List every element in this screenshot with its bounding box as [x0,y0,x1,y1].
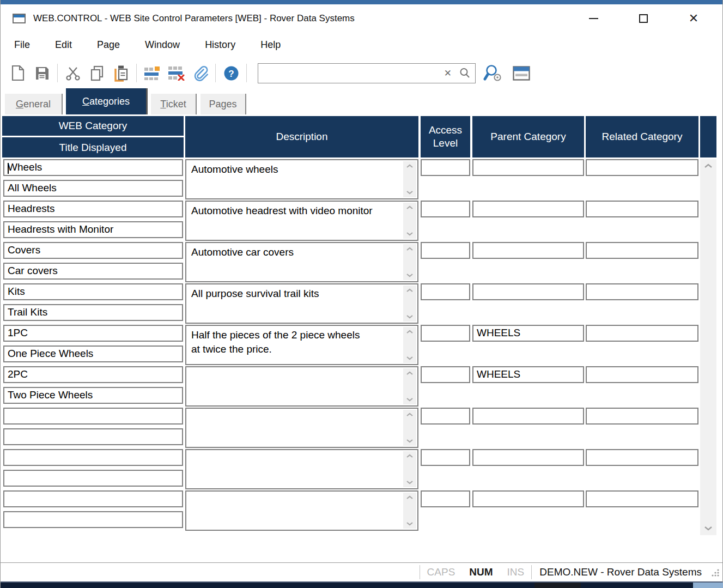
scroll-down-icon [406,273,414,277]
scroll-up-icon [406,288,414,293]
title-displayed-input[interactable] [3,470,183,487]
attach-icon[interactable] [188,61,212,85]
maximize-button[interactable] [636,11,651,26]
related-category-input[interactable] [586,325,698,342]
table-row: 1PC One Piece Wheels Half the pieces of … [1,325,722,366]
parent-category-input[interactable] [472,408,584,425]
related-category-input[interactable] [586,242,698,259]
parent-category-input[interactable] [472,490,584,507]
description-input[interactable]: Half the pieces of the 2 piece wheels at… [185,325,418,365]
menu-window[interactable]: Window [137,36,188,54]
tab-general[interactable]: General [5,94,63,114]
new-document-icon[interactable] [6,61,30,85]
related-category-input[interactable] [586,201,698,217]
web-category-input[interactable] [3,408,183,425]
access-level-input[interactable] [421,283,470,300]
title-displayed-input[interactable]: Headrests with Monitor [3,221,183,238]
title-displayed-input[interactable]: Car covers [3,263,183,280]
related-category-input[interactable] [586,159,698,176]
tab-bar: General Categories Ticket Pages [1,89,722,116]
vertical-scrollbar[interactable] [700,159,716,535]
menu-page[interactable]: Page [89,36,128,54]
parent-category-input[interactable] [472,242,584,259]
paste-icon[interactable] [109,61,133,85]
web-category-input[interactable]: 1PC [3,325,183,342]
resize-grip[interactable] [709,567,720,578]
scroll-up-icon [406,371,414,375]
minimize-button[interactable] [586,11,600,26]
cut-icon[interactable] [61,61,85,85]
web-category-input[interactable] [3,490,183,507]
delete-row-icon[interactable] [164,61,188,85]
menu-history[interactable]: History [197,36,244,54]
advanced-search-icon[interactable] [481,61,505,85]
scroll-down-icon [406,522,414,526]
menu-help[interactable]: Help [252,36,289,54]
insert-row-icon[interactable] [140,61,164,85]
access-level-input[interactable] [421,408,470,425]
parent-category-input[interactable]: WHEELS [472,325,584,342]
web-category-input[interactable]: Headrests [3,201,183,217]
title-displayed-input[interactable]: Two Piece Wheels [3,387,183,404]
description-scrollbar[interactable] [403,327,416,363]
related-category-input[interactable] [586,283,698,300]
web-category-input[interactable]: Kits [3,283,183,300]
parent-category-input[interactable]: WHEELS [472,366,584,383]
description-scrollbar[interactable] [403,203,416,239]
copy-icon[interactable] [85,61,109,85]
access-level-input[interactable] [421,242,470,259]
access-level-input[interactable] [421,366,470,383]
access-level-input[interactable] [421,449,470,466]
parent-category-input[interactable] [472,449,584,466]
access-level-input[interactable] [421,490,470,507]
description-input[interactable]: All purpose survival trail kits [185,283,418,324]
parent-category-input[interactable] [472,283,584,300]
title-displayed-input[interactable]: Trail Kits [3,304,183,321]
title-displayed-input[interactable]: One Piece Wheels [3,345,183,362]
tab-ticket[interactable]: Ticket [151,94,197,114]
description-input[interactable] [185,449,418,489]
web-category-input[interactable]: Wheels [3,159,183,176]
description-scrollbar[interactable] [403,244,416,280]
clear-search-icon[interactable]: ✕ [440,68,457,79]
parent-category-input[interactable] [472,201,584,217]
tab-pages[interactable]: Pages [201,94,246,114]
parent-category-input[interactable] [472,159,584,176]
search-icon[interactable] [457,67,475,79]
related-category-input[interactable] [586,449,698,466]
description-input[interactable] [185,366,418,407]
related-category-input[interactable] [586,408,698,425]
layout-icon[interactable] [509,61,533,85]
description-scrollbar[interactable] [403,451,416,487]
menu-edit[interactable]: Edit [47,36,80,54]
related-category-input[interactable] [586,490,698,507]
description-input[interactable] [185,490,418,531]
menu-file[interactable]: File [6,36,38,54]
title-displayed-input[interactable] [3,428,183,445]
title-displayed-input[interactable]: All Wheels [3,180,183,197]
close-button[interactable]: ✕ [686,11,701,26]
web-category-input[interactable]: Covers [3,242,183,259]
scroll-up-icon [406,247,414,251]
web-category-input[interactable]: 2PC [3,366,183,383]
title-displayed-input[interactable] [3,511,183,528]
help-icon[interactable]: ? [219,61,243,85]
description-input[interactable]: Automotive headrest with video monitor [185,201,418,241]
description-scrollbar[interactable] [403,368,416,404]
description-input[interactable] [185,408,418,448]
access-level-input[interactable] [421,325,470,342]
web-category-input[interactable] [3,449,183,466]
tab-categories[interactable]: Categories [66,88,148,114]
description-input[interactable]: Automotive car covers [185,242,418,282]
access-level-input[interactable] [421,159,470,176]
header-web-category: WEB Category [2,116,184,136]
description-input[interactable]: Automotive wheels [185,159,418,199]
description-scrollbar[interactable] [403,286,416,322]
description-scrollbar[interactable] [403,161,416,197]
search-input[interactable] [258,64,440,83]
related-category-input[interactable] [586,366,698,383]
description-scrollbar[interactable] [403,493,416,529]
save-icon[interactable] [30,61,54,85]
access-level-input[interactable] [421,201,470,217]
description-scrollbar[interactable] [403,410,416,446]
